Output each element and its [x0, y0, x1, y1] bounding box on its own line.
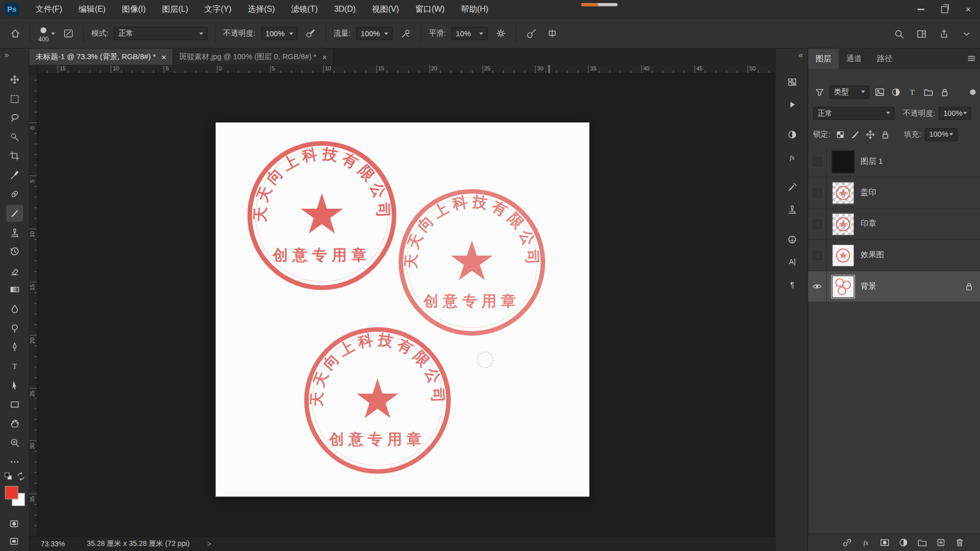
pen-tool[interactable]	[6, 339, 23, 356]
layer-opacity-select[interactable]: 100%	[939, 107, 972, 120]
smoothing-select[interactable]: 10%	[452, 27, 488, 40]
expand-toolbar-button[interactable]: »	[5, 50, 9, 59]
brush-settings-panel-icon[interactable]	[784, 179, 800, 195]
menu-item-9[interactable]: 窗口(W)	[407, 0, 453, 19]
character-panel-icon[interactable]: A	[784, 254, 800, 270]
tab-layers[interactable]: 图层	[808, 49, 839, 69]
toggle-brush-settings-button[interactable]	[61, 26, 76, 41]
swap-colors-icon[interactable]	[16, 471, 27, 482]
filter-type-select[interactable]: 类型	[829, 85, 869, 98]
delete-layer-icon[interactable]	[953, 536, 965, 548]
lock-all-icon[interactable]	[879, 128, 891, 140]
document-tab[interactable]: 未标题-1 @ 73.3% (背景, RGB/8#) * ×	[30, 49, 173, 65]
blur-tool[interactable]	[6, 300, 23, 317]
filter-toggle[interactable]	[970, 89, 975, 94]
visibility-toggle-empty[interactable]	[808, 177, 827, 208]
quick-selection-tool[interactable]	[6, 129, 23, 145]
menu-item-3[interactable]: 图层(L)	[154, 0, 197, 19]
menu-item-0[interactable]: 文件(F)	[28, 0, 70, 19]
photoshop-logo-icon[interactable]: Ps	[5, 3, 19, 16]
home-button[interactable]	[8, 26, 22, 41]
hand-tool[interactable]	[6, 415, 23, 432]
new-group-icon[interactable]	[916, 536, 928, 548]
flow-select[interactable]: 100%	[356, 27, 393, 40]
paint-symmetry-button[interactable]	[545, 26, 559, 41]
adjustments-panel-icon[interactable]	[784, 126, 800, 142]
layer-thumbnail[interactable]	[832, 182, 854, 204]
rectangle-tool[interactable]	[6, 396, 23, 413]
restore-button[interactable]	[933, 0, 957, 19]
add-layer-mask-icon[interactable]	[878, 536, 890, 548]
clone-stamp-tool[interactable]	[6, 224, 23, 241]
visibility-toggle-empty[interactable]	[808, 240, 827, 271]
horizontal-ruler[interactable]: 1510505101520253035404550	[37, 65, 775, 73]
opacity-select[interactable]: 100%	[261, 27, 297, 40]
menu-item-4[interactable]: 文字(Y)	[197, 0, 240, 19]
visibility-eye-icon[interactable]	[808, 271, 827, 302]
clone-source-panel-icon[interactable]	[784, 201, 800, 217]
new-layer-icon[interactable]	[935, 536, 947, 548]
airbrush-button[interactable]	[398, 26, 413, 41]
lock-transparent-pixels-icon[interactable]	[834, 128, 846, 140]
layer-thumbnail[interactable]	[832, 213, 854, 235]
minimize-button[interactable]	[909, 0, 933, 19]
zoom-level-field[interactable]: 73.33%	[41, 540, 81, 548]
styles-panel-icon[interactable]: fx	[784, 148, 800, 165]
foreground-color-swatch[interactable]	[5, 486, 18, 499]
layer-thumbnail[interactable]	[832, 150, 854, 172]
visibility-toggle-empty[interactable]	[808, 146, 827, 177]
eyedropper-tool[interactable]	[6, 167, 23, 184]
share-icon[interactable]	[936, 26, 951, 41]
filter-adjustment-layers-icon[interactable]	[889, 86, 901, 98]
fill-select[interactable]: 100%	[925, 128, 958, 141]
type-tool[interactable]: T	[6, 358, 23, 374]
path-selection-tool[interactable]	[6, 377, 23, 394]
menu-item-10[interactable]: 帮助(H)	[453, 0, 497, 19]
blend-mode-select[interactable]: 正常	[114, 27, 208, 40]
filter-group-layers-icon[interactable]	[922, 86, 934, 98]
vertical-ruler[interactable]: 05101520253035	[30, 73, 38, 536]
status-options-chevron[interactable]: >	[207, 540, 211, 548]
smoothing-options-button[interactable]	[494, 26, 508, 41]
quick-mask-button[interactable]	[6, 516, 21, 531]
layer-row[interactable]: 背景	[808, 271, 980, 302]
document-tab[interactable]: 斑驳素材.jpg @ 100% (图层 0, RGB/8#) * ×	[173, 49, 334, 65]
layer-thumbnail[interactable]	[832, 244, 854, 266]
pressure-opacity-button[interactable]	[303, 26, 317, 41]
canvas-area[interactable]: 天天向上科技有限公司创意专用章天天向上科技有限公司创意专用章天天向上科技有限公司…	[37, 73, 775, 536]
panel-menu-icon[interactable]	[966, 53, 977, 64]
search-icon[interactable]	[891, 26, 906, 41]
layer-name[interactable]: 效果图	[861, 250, 884, 261]
filter-locked-layers-icon[interactable]	[938, 86, 950, 98]
edit-toolbar[interactable]	[6, 453, 23, 470]
close-button[interactable]: ×	[956, 0, 980, 19]
layer-blend-mode-select[interactable]: 正常	[813, 107, 894, 120]
link-layers-icon[interactable]	[841, 536, 853, 548]
document-canvas[interactable]: 天天向上科技有限公司创意专用章天天向上科技有限公司创意专用章天天向上科技有限公司…	[215, 122, 589, 496]
filter-icon[interactable]	[813, 86, 825, 98]
layer-style-icon[interactable]: fx	[860, 536, 872, 548]
default-colors-icon[interactable]	[3, 471, 14, 482]
tab-channels[interactable]: 通道	[839, 49, 869, 69]
chevron-down-icon[interactable]	[959, 26, 973, 41]
dodge-tool[interactable]	[6, 319, 23, 336]
actions-panel-icon[interactable]	[784, 96, 800, 113]
paragraph-panel-icon[interactable]: ¶	[784, 276, 800, 292]
layer-row[interactable]: 盖印	[808, 178, 980, 209]
brush-tool[interactable]	[6, 205, 23, 222]
layer-name[interactable]: 图层 1	[861, 156, 883, 167]
move-tool[interactable]	[6, 71, 23, 88]
tab-paths[interactable]: 路径	[869, 49, 900, 69]
materials-panel-icon[interactable]	[784, 231, 800, 247]
workspace-switcher-icon[interactable]	[914, 26, 928, 41]
close-icon[interactable]: ×	[161, 53, 166, 61]
layer-name[interactable]: 印章	[861, 219, 876, 230]
layer-row[interactable]: 效果图	[808, 240, 980, 271]
expand-panels-button[interactable]: «	[799, 50, 803, 59]
layer-row[interactable]: 图层 1	[808, 146, 980, 178]
lock-image-pixels-icon[interactable]	[849, 128, 861, 140]
layer-lock-icon[interactable]	[964, 281, 974, 292]
menu-item-8[interactable]: 视图(V)	[364, 0, 407, 19]
layer-thumbnail[interactable]	[832, 275, 854, 297]
zoom-tool[interactable]	[6, 434, 23, 451]
